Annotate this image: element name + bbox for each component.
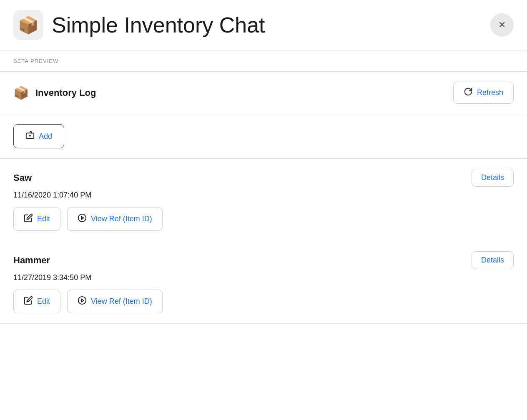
close-icon: ✕ [498,20,506,30]
item-name: Saw [13,172,32,183]
inventory-title-group: 📦 Inventory Log [13,85,96,100]
view-ref-button[interactable]: View Ref (Item ID) [67,207,163,231]
item-actions: Edit View Ref (Item ID) [13,290,514,313]
edit-button[interactable]: Edit [13,290,60,313]
item-row-header: Hammer Details [13,251,514,269]
view-ref-label: View Ref (Item ID) [91,297,152,306]
item-date: 11/27/2019 3:34:50 PM [13,273,514,282]
beta-bar: BETA PREVIEW [0,50,527,72]
item-row: Saw Details 11/16/2020 1:07:40 PM Edit [0,159,527,241]
add-button[interactable]: Add [13,124,64,148]
add-icon [25,130,35,142]
edit-icon [24,213,33,225]
inventory-log-header: 📦 Inventory Log Refresh [0,72,527,114]
edit-icon [24,296,33,307]
view-ref-icon [78,296,87,307]
app-title: Simple Inventory Chat [52,12,265,38]
view-ref-label: View Ref (Item ID) [91,215,152,223]
item-actions: Edit View Ref (Item ID) [13,207,514,231]
add-label: Add [39,132,52,141]
app-icon: 📦 [13,10,43,40]
svg-marker-6 [81,299,84,302]
item-name: Hammer [13,255,50,266]
beta-label: BETA PREVIEW [13,58,58,64]
details-button[interactable]: Details [472,251,514,269]
item-date: 11/16/2020 1:07:40 PM [13,191,514,200]
inventory-log-title: Inventory Log [35,88,96,98]
view-ref-icon [78,213,87,225]
edit-label: Edit [37,215,50,223]
inventory-icon: 📦 [13,85,29,100]
item-row-header: Saw Details [13,169,514,187]
refresh-label: Refresh [477,88,503,97]
svg-point-5 [78,297,86,304]
edit-label: Edit [37,297,50,306]
refresh-icon [464,87,473,98]
view-ref-button[interactable]: View Ref (Item ID) [67,290,163,313]
svg-point-3 [78,214,86,222]
refresh-button[interactable]: Refresh [453,82,514,104]
details-button[interactable]: Details [472,169,514,187]
add-section: Add [0,114,527,159]
app-header: 📦 Simple Inventory Chat ✕ [0,0,527,50]
edit-button[interactable]: Edit [13,207,60,231]
items-list: Saw Details 11/16/2020 1:07:40 PM Edit [0,159,527,324]
item-row: Hammer Details 11/27/2019 3:34:50 PM Edi… [0,241,527,324]
header-left: 📦 Simple Inventory Chat [13,10,265,40]
svg-marker-4 [81,216,84,219]
close-button[interactable]: ✕ [490,13,514,37]
